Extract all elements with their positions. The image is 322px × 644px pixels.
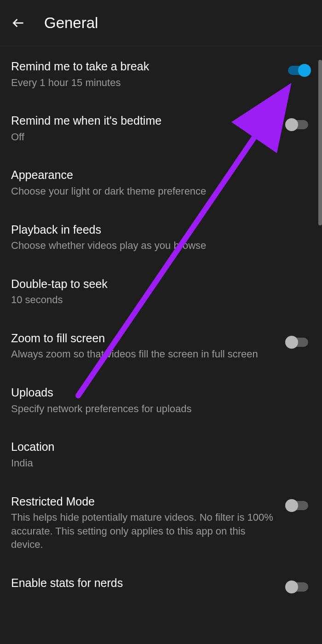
toggle-remind-break[interactable] [285, 63, 311, 77]
setting-double-tap-seek[interactable]: Double-tap to seek 10 seconds [0, 264, 322, 318]
setting-subtitle: Specify network preferences for uploads [11, 402, 302, 416]
page-title: General [44, 14, 98, 32]
setting-title: Enable stats for nerds [11, 575, 276, 591]
setting-title: Uploads [11, 385, 302, 400]
setting-title: Remind me to take a break [11, 59, 276, 74]
setting-title: Double-tap to seek [11, 276, 302, 292]
setting-subtitle: Always zoom so that videos fill the scre… [11, 347, 276, 361]
setting-title: Zoom to fill screen [11, 331, 276, 346]
setting-bedtime[interactable]: Remind me when it's bedtime Off [0, 100, 322, 155]
setting-subtitle: Choose whether videos play as you browse [11, 239, 302, 253]
toggle-bedtime[interactable] [285, 118, 311, 132]
setting-subtitle: Every 1 hour 15 minutes [11, 76, 276, 90]
setting-subtitle: Choose your light or dark theme preferen… [11, 184, 302, 198]
setting-subtitle: India [11, 456, 302, 470]
setting-uploads[interactable]: Uploads Specify network preferences for … [0, 372, 322, 426]
setting-zoom-fill[interactable]: Zoom to fill screen Always zoom so that … [0, 318, 322, 372]
setting-subtitle: Off [11, 130, 276, 144]
setting-title: Restricted Mode [11, 494, 276, 509]
setting-stats-nerds[interactable]: Enable stats for nerds [0, 563, 322, 605]
toggle-restricted-mode[interactable] [285, 499, 311, 512]
toggle-stats-nerds[interactable] [285, 580, 311, 594]
setting-playback-feeds[interactable]: Playback in feeds Choose whether videos … [0, 209, 322, 264]
setting-subtitle: 10 seconds [11, 293, 302, 307]
setting-title: Remind me when it's bedtime [11, 113, 276, 128]
setting-remind-break[interactable]: Remind me to take a break Every 1 hour 1… [0, 46, 322, 100]
header: General [0, 0, 322, 46]
setting-subtitle: This helps hide potentially mature video… [11, 511, 276, 552]
toggle-zoom-fill[interactable] [285, 335, 311, 349]
setting-restricted-mode[interactable]: Restricted Mode This helps hide potentia… [0, 481, 322, 563]
scrollbar[interactable] [318, 60, 322, 225]
setting-title: Appearance [11, 167, 302, 183]
setting-title: Playback in feeds [11, 222, 302, 237]
back-arrow-icon[interactable] [11, 16, 26, 30]
setting-title: Location [11, 439, 302, 454]
setting-appearance[interactable]: Appearance Choose your light or dark the… [0, 155, 322, 209]
setting-location[interactable]: Location India [0, 426, 322, 481]
settings-list: Remind me to take a break Every 1 hour 1… [0, 46, 322, 605]
